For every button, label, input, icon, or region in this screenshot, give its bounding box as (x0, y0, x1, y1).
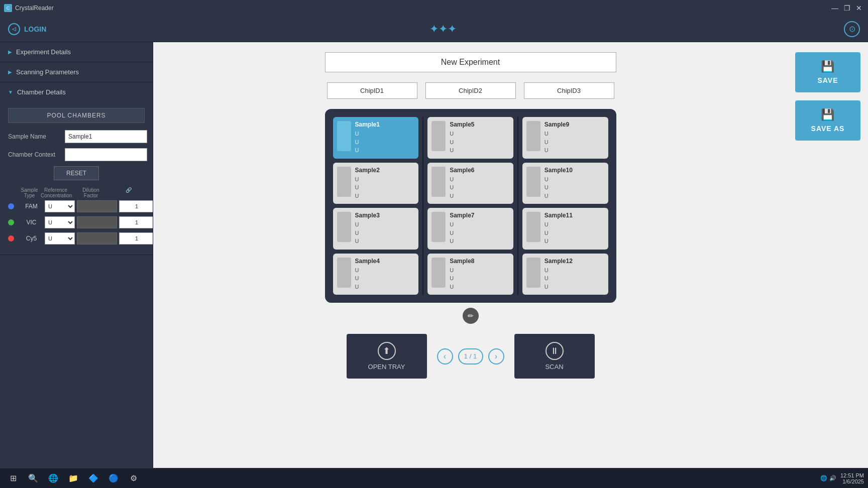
fam-label: FAM (20, 203, 43, 210)
search-button[interactable]: 🔍 (24, 469, 42, 487)
sample-detail-12: UUU (545, 266, 604, 291)
chamber-context-row: Chamber Context (8, 148, 145, 161)
fam-row: FAM U S NTC (8, 200, 145, 212)
settings-icon[interactable]: ⊙ (844, 21, 860, 37)
sample-name-10: Sample10 (545, 167, 604, 174)
vic-ref-conc-input[interactable] (77, 216, 117, 228)
sample-info-2: Sample2 UUU (355, 167, 415, 200)
sample-info-7: Sample7 UUU (450, 212, 509, 246)
sample-name-5: Sample5 (450, 121, 509, 128)
sample-card-5[interactable]: Sample5 UUU (427, 117, 513, 159)
scan-button[interactable]: ⏸ SCAN (514, 334, 595, 379)
sample-name-label: Sample Name (8, 133, 61, 140)
taskbar-left: ⊞ 🔍 🌐 📁 🔷 🔵 ⚙ (4, 469, 143, 487)
app1-button[interactable]: 🔷 (84, 469, 102, 487)
fam-type-select[interactable]: U S NTC (45, 200, 75, 212)
scanning-parameters-header[interactable]: ▶ Scanning Parameters (0, 62, 153, 82)
sample-card-2[interactable]: Sample2 UUU (333, 163, 419, 204)
chamber-context-input[interactable] (65, 148, 147, 161)
taskbar: ⊞ 🔍 🌐 📁 🔷 🔵 ⚙ 🌐 🔊 12:51 PM 1/6/2025 (0, 468, 868, 488)
taskbar-system-icons: 🌐 🔊 (820, 475, 836, 481)
sample-thumb-11 (526, 212, 540, 242)
sample-card-9[interactable]: Sample9 UUU (522, 117, 608, 159)
chip-id-1-input[interactable] (327, 82, 417, 99)
sample-thumb-10 (526, 167, 540, 197)
app2-button[interactable]: 🔵 (104, 469, 123, 487)
sample-name-4: Sample4 (355, 258, 415, 265)
vic-type-select[interactable]: U S NTC (45, 216, 75, 228)
sample-card-1[interactable]: Sample1 UUU (333, 117, 419, 159)
sample-card-7[interactable]: Sample7 UUU (427, 208, 513, 250)
save-button[interactable]: 💾 SAVE (795, 52, 860, 92)
bottom-buttons-row: ⬆ OPEN TRAY ‹ 1 / 1 › ⏸ SCAN (165, 334, 776, 379)
page-next-button[interactable]: › (488, 348, 504, 364)
sample-thumb-4 (337, 258, 351, 288)
experiment-details-header[interactable]: ▶ Experiment Details (0, 42, 153, 62)
fam-dot (8, 203, 14, 209)
chip-column-3: Sample9 UUU Sample10 UUU Sample11 UUU (522, 117, 608, 295)
sample-card-10[interactable]: Sample10 UUU (522, 163, 608, 204)
tray-edit-button[interactable]: ✏ (463, 308, 479, 324)
cy5-ref-conc-input[interactable] (77, 232, 117, 245)
open-tray-icon: ⬆ (378, 342, 396, 360)
restore-button[interactable]: ❐ (842, 3, 852, 13)
cy5-type-select[interactable]: U S NTC (45, 232, 75, 245)
pool-chambers-button[interactable]: POOL CHAMBERS (8, 108, 145, 123)
sample-thumb-7 (431, 212, 446, 242)
sample-card-8[interactable]: Sample8 UUU (427, 254, 513, 295)
chip-id-3-input[interactable] (524, 82, 614, 99)
chamber-details-header[interactable]: ▼ Chamber Details (0, 82, 153, 102)
experiment-details-section: ▶ Experiment Details (0, 42, 153, 62)
open-tray-button[interactable]: ⬆ OPEN TRAY (347, 334, 427, 379)
sample-info-12: Sample12 UUU (545, 258, 604, 291)
sample-card-6[interactable]: Sample6 UUU (427, 163, 513, 204)
sample-detail-4: UUU (355, 266, 415, 291)
login-icon: ◁ (8, 23, 20, 35)
sample-name-1: Sample1 (355, 121, 415, 128)
sample-name-11: Sample11 (545, 212, 604, 219)
tray-nav: ✏ (165, 308, 776, 324)
sample-card-11[interactable]: Sample11 UUU (522, 208, 608, 250)
sample-info-8: Sample8 UUU (450, 258, 509, 291)
save-as-button[interactable]: 💾 SAVE AS (795, 100, 860, 141)
taskbar-time: 12:51 PM 1/6/2025 (840, 472, 864, 484)
cy5-dilution-input[interactable] (119, 232, 153, 245)
sample-detail-1: UUU (355, 130, 415, 155)
sample-name-input[interactable] (65, 130, 147, 143)
chip-tray: Sample1 UUU Sample2 UUU Sample3 UUU (325, 109, 616, 303)
fam-dilution-input[interactable] (119, 200, 153, 212)
experiment-details-label: Experiment Details (16, 48, 71, 56)
chip-id-2-input[interactable] (425, 82, 516, 99)
sample-thumb-1 (337, 121, 351, 151)
save-icon: 💾 (821, 60, 835, 73)
save-as-icon: 💾 (821, 108, 835, 121)
sample-card-12[interactable]: Sample12 UUU (522, 254, 608, 295)
sample-detail-8: UUU (450, 266, 509, 291)
sample-info-4: Sample4 UUU (355, 258, 415, 291)
sample-name-9: Sample9 (545, 121, 604, 128)
header-right: ⊙ (840, 21, 860, 37)
login-button[interactable]: ◁ LOGIN (8, 23, 46, 35)
explorer-button[interactable]: 📁 (64, 469, 82, 487)
app3-button[interactable]: ⚙ (125, 469, 143, 487)
edge-button[interactable]: 🌐 (44, 469, 62, 487)
sample-thumb-9 (526, 121, 540, 151)
save-as-label: SAVE AS (811, 125, 845, 133)
fam-ref-conc-input[interactable] (77, 200, 117, 212)
open-tray-label: OPEN TRAY (368, 363, 405, 371)
page-prev-button[interactable]: ‹ (437, 348, 453, 364)
sample-thumb-5 (431, 121, 446, 151)
sample-card-3[interactable]: Sample3 UUU (333, 208, 419, 250)
content-area: Sample1 UUU Sample2 UUU Sample3 UUU (153, 42, 788, 468)
experiment-title-input[interactable] (325, 52, 616, 72)
sample-detail-2: UUU (355, 175, 415, 200)
chamber-details-section: ▼ Chamber Details POOL CHAMBERS Sample N… (0, 82, 153, 255)
start-button[interactable]: ⊞ (4, 469, 22, 487)
sample-detail-7: UUU (450, 220, 509, 246)
sample-detail-10: UUU (545, 175, 604, 200)
minimize-button[interactable]: — (830, 3, 840, 13)
vic-dilution-input[interactable] (119, 216, 153, 228)
close-button[interactable]: ✕ (854, 3, 864, 13)
reset-button[interactable]: RESET (54, 166, 99, 180)
sample-card-4[interactable]: Sample4 UUU (333, 254, 419, 295)
